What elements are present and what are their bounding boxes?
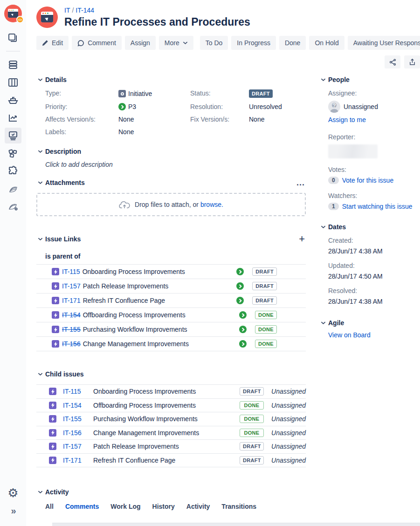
- workflow-on-hold-button[interactable]: On Hold: [309, 36, 344, 50]
- view-on-board-link[interactable]: View on Board: [328, 331, 371, 339]
- issue-key-link[interactable]: IT-156: [63, 429, 86, 437]
- workflow-in-progress-button[interactable]: In Progress: [231, 36, 276, 50]
- created-label: Created:: [328, 237, 420, 244]
- issue-key-link[interactable]: IT-171: [63, 457, 86, 464]
- add-ons-puzzle-icon[interactable]: [5, 163, 21, 179]
- board-columns-icon[interactable]: [5, 75, 21, 90]
- project-avatar-icon: [36, 7, 58, 28]
- attachments-collapse-icon[interactable]: [36, 179, 44, 186]
- issue-link-row[interactable]: IT-115 Onboarding Process Improvements D…: [36, 265, 306, 279]
- child-issue-row[interactable]: IT-157 Patch Release Improvements DRAFT …: [36, 440, 306, 454]
- issue-header: IT/IT-144 Refine IT Processes and Proced…: [36, 6, 420, 28]
- agile-heading: Agile: [328, 319, 344, 327]
- child-issues-collapse-icon[interactable]: [36, 370, 44, 378]
- workflow-todo-button[interactable]: To Do: [200, 36, 228, 50]
- start-watching-link[interactable]: Start watching this issue: [342, 203, 413, 210]
- issue-key-link[interactable]: IT-157: [62, 282, 81, 290]
- issue-key-link[interactable]: IT-115: [63, 388, 86, 395]
- type-value: Initiative: [128, 90, 152, 97]
- description-section: Description Click to add description: [36, 148, 306, 168]
- activity-collapse-icon[interactable]: [36, 488, 44, 496]
- rail-divider: [6, 51, 20, 52]
- issue-key-link[interactable]: IT-155: [62, 326, 81, 333]
- share-export-row: [36, 55, 420, 68]
- issue-links-collapse-icon[interactable]: [36, 235, 44, 243]
- priority-label: Priority:: [45, 103, 118, 110]
- resolution-value: Unresolved: [249, 103, 306, 110]
- issue-link-row[interactable]: IT-157 Patch Release Improvements DRAFT: [36, 279, 306, 294]
- workflow-done-button[interactable]: Done: [279, 36, 306, 50]
- add-link-icon[interactable]: +: [299, 234, 306, 244]
- assign-to-me-link[interactable]: Assign to me: [328, 116, 366, 123]
- issue-links-section: Issue Links + is parent of IT-115 Onboar…: [36, 234, 306, 351]
- child-issue-row[interactable]: IT-156 Change Management Improvements DO…: [36, 426, 306, 440]
- child-issue-row[interactable]: IT-115 Onboarding Process Improvements D…: [36, 385, 306, 399]
- attachments-dropzone[interactable]: Drop files to attach, or browse.: [36, 193, 306, 216]
- browse-link[interactable]: browse.: [200, 201, 223, 208]
- queues-icon[interactable]: [5, 30, 21, 46]
- updated-value: 28/Jun/17 4:50 AM: [328, 273, 420, 280]
- agile-collapse-icon[interactable]: [319, 319, 327, 327]
- tab-history[interactable]: History: [152, 503, 175, 510]
- breadcrumb-issue-link[interactable]: IT-144: [76, 7, 94, 14]
- description-placeholder[interactable]: Click to add description: [45, 161, 306, 168]
- status-lozenge: DONE: [255, 340, 277, 348]
- main-content: IT/IT-144 Refine IT Processes and Proced…: [26, 0, 420, 526]
- type-label: Type:: [45, 89, 118, 98]
- tab-activity[interactable]: Activity: [186, 503, 210, 510]
- issue-key-link[interactable]: IT-115: [62, 268, 80, 275]
- priority-icon: [236, 297, 244, 304]
- workflow-awaiting-user-response-button[interactable]: Awaiting User Response: [348, 36, 420, 50]
- issue-key-link[interactable]: IT-155: [63, 415, 86, 423]
- issue-key-link[interactable]: IT-154: [62, 311, 81, 319]
- issue-link-row[interactable]: IT-156 Change Management Improvements DO…: [36, 337, 306, 351]
- tab-work-log[interactable]: Work Log: [110, 503, 140, 510]
- dates-section: Dates Created: 28/Jun/17 4:38 AM Updated…: [319, 223, 420, 305]
- vote-link[interactable]: Vote for this issue: [342, 177, 394, 184]
- child-issue-row[interactable]: IT-171 Refresh IT Confluence Page DRAFT …: [36, 454, 306, 468]
- breadcrumb: IT/IT-144: [64, 6, 250, 14]
- quill-icon[interactable]: [5, 181, 21, 197]
- dates-collapse-icon[interactable]: [319, 223, 327, 231]
- edit-button[interactable]: Edit: [36, 36, 69, 50]
- reports-chart-icon[interactable]: [5, 110, 21, 126]
- database-icon[interactable]: [5, 57, 21, 73]
- child-issue-row[interactable]: IT-155 Purchasing Workflow Improvements …: [36, 412, 306, 426]
- app-logo-icon[interactable]: <>: [4, 5, 22, 22]
- issue-link-row[interactable]: IT-155 Purchasing Workflow Improvements …: [36, 322, 306, 337]
- issue-link-row[interactable]: IT-154 Offboarding Process Improvements …: [36, 308, 306, 322]
- assign-button[interactable]: Assign: [125, 36, 156, 50]
- export-button[interactable]: [404, 55, 420, 68]
- releases-ship-icon[interactable]: [5, 92, 21, 108]
- priority-icon: [236, 268, 244, 275]
- labels-value: None: [118, 128, 190, 136]
- issue-key-link[interactable]: IT-156: [62, 340, 81, 348]
- more-button[interactable]: More: [159, 36, 193, 50]
- issue-key-link[interactable]: IT-171: [62, 297, 81, 304]
- left-nav-rail: <> ⚙: [0, 0, 26, 526]
- child-issue-row[interactable]: IT-154 Offboarding Process Improvements …: [36, 399, 306, 413]
- comment-button[interactable]: Comment: [72, 36, 122, 50]
- description-collapse-icon[interactable]: [36, 148, 44, 155]
- breadcrumb-separator: /: [72, 7, 74, 14]
- breadcrumb-project-link[interactable]: IT: [64, 7, 70, 14]
- details-collapse-icon[interactable]: [36, 76, 44, 83]
- components-icon[interactable]: [5, 145, 21, 161]
- attachments-menu-icon[interactable]: ...: [296, 178, 306, 187]
- watchers-count-badge: 1: [328, 203, 339, 210]
- issue-link-row[interactable]: IT-171 Refresh IT Confluence Page DRAFT: [36, 294, 306, 308]
- footer-comment-bar[interactable]: [52, 523, 420, 526]
- tab-comments[interactable]: Comments: [65, 503, 99, 510]
- settings-gear-icon[interactable]: ⚙: [5, 485, 21, 501]
- issue-key-link[interactable]: IT-154: [63, 402, 86, 409]
- share-button[interactable]: [385, 55, 400, 68]
- assignee-value: Unassigned: [264, 402, 306, 409]
- watchers-label: Watchers:: [328, 192, 420, 199]
- issues-monitor-check-icon[interactable]: [5, 128, 21, 143]
- quill-badge-icon[interactable]: [5, 198, 21, 214]
- tab-transitions[interactable]: Transitions: [221, 503, 256, 510]
- tab-all[interactable]: All: [45, 503, 54, 510]
- expand-sidebar-icon[interactable]: »: [5, 503, 21, 519]
- issue-key-link[interactable]: IT-157: [63, 443, 86, 450]
- people-collapse-icon[interactable]: [319, 76, 327, 83]
